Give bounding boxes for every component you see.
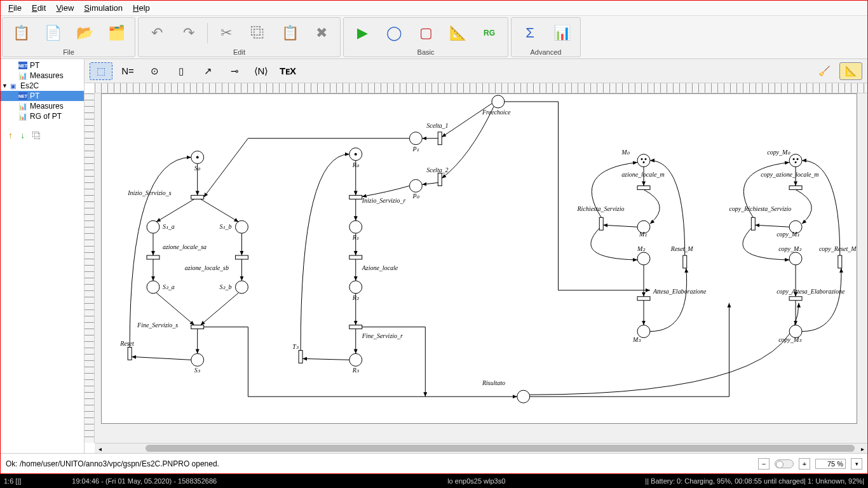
zoom-dropdown[interactable]: ▾ (851, 458, 862, 470)
svg-point-32 (349, 281, 362, 294)
tree-measures-1[interactable]: Measures (1, 71, 84, 81)
svg-text:S₂_a: S₂_a (163, 283, 175, 290)
group-edit: ↶ ↷ ✂ ⿻ 📋 ✖ Edit (138, 17, 341, 57)
tex-tool[interactable]: TᴇX (276, 62, 299, 80)
ruler-toggle[interactable]: 📐 (839, 62, 862, 80)
statusbar: Ok: /home/user/UNITO/anno3/vpc/gspn/Es2C… (1, 453, 867, 473)
move-down-button[interactable]: ↓ (20, 130, 25, 140)
svg-rect-57 (637, 186, 650, 189)
open-button[interactable]: 📂 (69, 20, 100, 46)
svg-rect-34 (349, 325, 362, 329)
svg-point-44 (409, 132, 422, 145)
transition-tool[interactable]: ▯ (170, 62, 193, 80)
svg-point-28 (349, 220, 362, 233)
svg-point-71 (789, 154, 802, 167)
svg-rect-26 (349, 195, 362, 199)
menu-help[interactable]: Help (128, 3, 155, 13)
arc-tool[interactable]: ↗ (196, 62, 219, 80)
svg-point-21 (191, 353, 204, 366)
svg-rect-17 (191, 325, 204, 329)
tree-measures-2[interactable]: Measures (1, 101, 84, 111)
tree-pt-selected[interactable]: NETPT (1, 91, 84, 101)
panel-clock: 19:04:46 - (Fri 01 May, 05.2020) - 15883… (72, 477, 217, 485)
svg-point-52 (637, 154, 650, 167)
sidebar: NETPT Measures ▼▣Es2C NETPT Measures RG … (1, 59, 85, 453)
new-project-button[interactable]: 📋 (5, 20, 37, 46)
tree-pt-1[interactable]: NETPT (1, 60, 84, 71)
redo-button[interactable]: ↷ (173, 20, 205, 46)
svg-rect-78 (751, 217, 755, 230)
svg-text:Reset: Reset (119, 340, 134, 347)
group-advanced: Σ 📊 Advanced (511, 17, 581, 57)
group-edit-label: Edit (139, 48, 340, 57)
svg-rect-84 (789, 297, 802, 301)
svg-text:S₂_b: S₂_b (220, 283, 232, 290)
svg-text:Risultato: Risultato (482, 379, 505, 386)
inhibitor-tool[interactable]: ⊸ (223, 62, 246, 80)
cut-button[interactable]: ✂ (210, 20, 242, 46)
svg-point-54 (644, 158, 646, 160)
zoom-input[interactable] (815, 459, 846, 469)
scroll-right-icon[interactable]: ▸ (857, 444, 867, 454)
svg-point-50 (517, 390, 530, 403)
eraser-tool[interactable]: 🧹 (813, 62, 836, 80)
svg-rect-9 (147, 255, 159, 259)
scroll-left-icon[interactable]: ◂ (95, 444, 105, 454)
svg-text:S₁_b: S₁_b (220, 223, 232, 230)
horizontal-scrollbar[interactable]: ◂ ▸ (95, 443, 867, 453)
canvas-page[interactable]: S₀ Inizio_Servizio_s S₁_a S₁_b azione_lo… (101, 93, 857, 424)
svg-point-40 (492, 95, 505, 108)
tree-rg[interactable]: RG of PT (1, 111, 84, 121)
svg-point-72 (793, 158, 795, 160)
chart-button[interactable]: 📊 (546, 20, 578, 46)
svg-text:copy_Reset_M: copy_Reset_M (819, 245, 857, 252)
menu-edit[interactable]: Edit (27, 3, 51, 13)
group-file-label: File (3, 48, 135, 57)
svg-text:P₀: P₀ (412, 193, 419, 200)
system-panel: 1:6 [|] 19:04:46 - (Fri 01 May, 05.2020)… (0, 474, 868, 488)
svg-text:copy_M₀: copy_M₀ (767, 149, 790, 156)
duplicate-button[interactable]: ⿻ (32, 130, 41, 140)
move-up-button[interactable]: ↑ (8, 130, 13, 140)
neq-tool[interactable]: N= (116, 62, 139, 80)
svg-text:copy_Richiesta_Servizio: copy_Richiesta_Servizio (729, 205, 791, 212)
menu-file[interactable]: File (3, 3, 27, 13)
panel-workspace: 1:6 [|] (4, 477, 21, 485)
delete-button[interactable]: ✖ (306, 20, 337, 46)
svg-text:copy_M₁: copy_M₁ (776, 231, 799, 238)
svg-text:M₀: M₀ (621, 149, 630, 156)
measure-button[interactable]: 📐 (442, 20, 473, 46)
svg-text:Inizio_Servizio_r: Inizio_Servizio_r (362, 197, 406, 204)
group-advanced-label: Advanced (512, 48, 580, 57)
svg-text:Attesa_Elaborazione: Attesa_Elaborazione (653, 288, 707, 295)
angn-tool[interactable]: ⟨N⟩ (250, 62, 273, 80)
circle-tool-button[interactable]: ◯ (378, 20, 410, 46)
canvas-viewport[interactable]: S₀ Inizio_Servizio_s S₁_a S₁_b azione_lo… (95, 93, 867, 443)
svg-text:Scelta_1: Scelta_1 (426, 122, 448, 129)
svg-point-55 (643, 161, 645, 163)
sigma-button[interactable]: Σ (514, 20, 546, 46)
menu-simulation[interactable]: Simulation (79, 3, 128, 13)
zoom-in-button[interactable]: + (799, 458, 810, 470)
menu-view[interactable]: View (51, 3, 79, 13)
undo-button[interactable]: ↶ (141, 20, 173, 46)
place-tool[interactable]: ⊙ (143, 62, 166, 80)
zoom-toggle[interactable] (775, 459, 794, 468)
square-tool-button[interactable]: ▢ (410, 20, 442, 46)
select-tool[interactable]: ⬚ (90, 62, 112, 80)
play-button[interactable]: ▶ (346, 20, 378, 46)
svg-rect-59 (599, 217, 603, 230)
paste-button[interactable]: 📋 (274, 20, 306, 46)
svg-text:M₃: M₃ (632, 336, 641, 343)
svg-point-63 (637, 252, 650, 265)
new-page-button[interactable]: 📄 (37, 20, 69, 46)
scrollbar-thumb[interactable] (146, 445, 855, 452)
save-all-button[interactable]: 🗂️ (100, 20, 132, 46)
copy-button[interactable]: ⿻ (242, 20, 274, 46)
svg-point-24 (355, 153, 357, 156)
tree-project[interactable]: ▼▣Es2C (1, 81, 84, 91)
rg-button[interactable]: RG (473, 20, 505, 46)
svg-point-48 (409, 179, 422, 192)
svg-text:P₁: P₁ (412, 146, 419, 152)
zoom-out-button[interactable]: − (758, 458, 770, 470)
